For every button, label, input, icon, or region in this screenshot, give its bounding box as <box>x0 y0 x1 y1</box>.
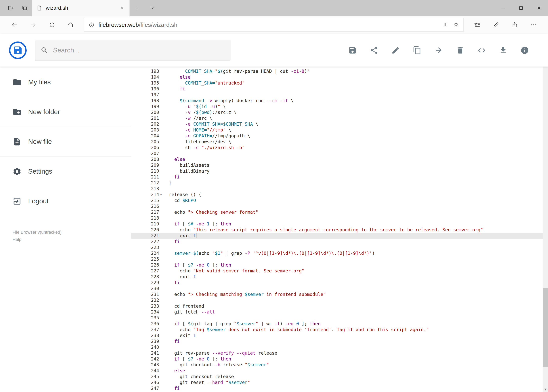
url-text[interactable]: filebrowser.web/files/wizard.sh <box>98 21 438 28</box>
window-close-icon[interactable] <box>530 0 548 16</box>
code-line[interactable]: 210 buildBinary <box>131 168 543 174</box>
code-line[interactable]: 230 <box>131 286 543 291</box>
code-line[interactable]: 199 -u "$(id -u)" \ <box>131 104 543 109</box>
help-link[interactable]: Help <box>13 236 131 243</box>
new-tab-icon[interactable] <box>130 0 145 16</box>
code-line[interactable]: 211 fi <box>131 174 543 180</box>
code-line[interactable]: 208 else <box>131 156 543 162</box>
code-line[interactable]: 200 -v /$(pwd):/src:z \ <box>131 109 543 115</box>
code-line[interactable]: 209 buildAssets <box>131 162 543 168</box>
code-line[interactable]: 223 <box>131 245 543 250</box>
tab-wizard-sh[interactable]: wizard.sh <box>32 0 130 16</box>
code-line[interactable]: 201 -w //src \ <box>131 115 543 121</box>
code-line[interactable]: 216 <box>131 203 543 209</box>
code-editor[interactable]: 193 COMMIT_SHA="$(git rev-parse HEAD | c… <box>131 67 543 392</box>
code-line[interactable]: 222 fi <box>131 238 543 245</box>
edit-icon[interactable] <box>391 46 400 55</box>
save-icon[interactable] <box>348 46 357 55</box>
code-view-icon[interactable] <box>477 46 486 55</box>
code-line[interactable]: 225 <box>131 256 543 262</box>
sidebar-item-settings[interactable]: Settings <box>0 157 131 186</box>
maximize-icon[interactable] <box>512 0 530 16</box>
refresh-icon[interactable] <box>43 16 62 34</box>
sidebar-item-logout[interactable]: Logout <box>0 186 131 216</box>
search-input[interactable] <box>53 46 225 54</box>
tab-preview-chevron-icon[interactable] <box>145 0 160 16</box>
code-line[interactable]: 233 cd frontend <box>131 303 543 309</box>
code-line[interactable]: 247 fi <box>131 385 543 391</box>
page-scrollbar[interactable]: ▲ ▼ <box>543 34 548 392</box>
move-icon[interactable] <box>434 46 443 55</box>
code-line[interactable]: 203 -e HOME="//tmp" \ <box>131 127 543 133</box>
sidebar-item-new-file[interactable]: New file <box>0 127 131 157</box>
back-icon[interactable] <box>5 16 24 34</box>
code-line[interactable]: 193 COMMIT_SHA="$(git rev-parse HEAD | c… <box>131 68 543 74</box>
code-line[interactable]: 218 <box>131 215 543 221</box>
download-icon[interactable] <box>499 46 508 55</box>
code-line[interactable]: 196 fi <box>131 86 543 92</box>
sidebar-item-my-files[interactable]: My files <box>0 67 131 97</box>
more-options-icon[interactable] <box>524 16 543 34</box>
filebrowser-logo[interactable] <box>9 42 27 59</box>
home-icon[interactable] <box>62 16 80 34</box>
code-line[interactable]: 214▾release () { <box>131 192 543 197</box>
code-line[interactable]: 245 git checkout release <box>131 374 543 379</box>
code-line[interactable]: 195 COMMIT_SHA="untracked" <box>131 80 543 86</box>
code-line[interactable]: 215 cd $REPO <box>131 197 543 203</box>
code-line[interactable]: 243 git checkout -b release "$semver" <box>131 362 543 368</box>
code-line[interactable]: 242 if [ $? -ne 0 ]; then <box>131 356 543 362</box>
code-line[interactable]: 234 git fetch --all <box>131 309 543 315</box>
code-line[interactable]: 232 <box>131 297 543 303</box>
code-line[interactable]: 238 exit 1 <box>131 333 543 338</box>
code-line[interactable]: 206 sh -c "./wizard.sh -b" <box>131 145 543 150</box>
code-line[interactable]: 194 else <box>131 74 543 80</box>
code-line[interactable]: 228 exit 1 <box>131 274 543 280</box>
code-line[interactable]: 231 echo "> Checking matching $semver in… <box>131 291 543 297</box>
tabs-you-set-aside-icon[interactable] <box>18 0 32 16</box>
code-line[interactable]: 212} <box>131 180 543 186</box>
code-line[interactable]: 202 -e COMMIT_SHA=$COMMIT_SHA \ <box>131 121 543 127</box>
info-icon[interactable] <box>89 22 95 28</box>
web-note-icon[interactable] <box>486 16 505 34</box>
favorite-star-icon[interactable] <box>453 21 459 28</box>
fold-arrow-icon[interactable]: ▾ <box>160 192 162 197</box>
share-page-icon[interactable] <box>505 16 524 34</box>
share-icon[interactable] <box>370 46 379 55</box>
tab-close-icon[interactable] <box>120 6 125 11</box>
forward-icon[interactable] <box>24 16 43 34</box>
set-tabs-aside-icon[interactable] <box>4 0 18 16</box>
sidebar-item-new-folder[interactable]: New folder <box>0 97 131 127</box>
code-line[interactable]: 221 exit 1 <box>131 233 543 238</box>
code-line[interactable]: 229 fi <box>131 280 543 286</box>
code-line[interactable]: 205 filebrowser/dev \ <box>131 139 543 145</box>
scroll-down-icon[interactable]: ▼ <box>543 386 548 392</box>
code-line[interactable]: 235 <box>131 315 543 321</box>
favorites-hub-icon[interactable] <box>468 16 486 34</box>
code-line[interactable]: 237 echo "Tag $semver does not exist in … <box>131 327 543 333</box>
minimize-icon[interactable] <box>494 0 512 16</box>
code-line[interactable]: 244 else <box>131 368 543 374</box>
code-line[interactable]: 226 if [ $? -ne 0 ]; then <box>131 262 543 268</box>
code-line[interactable]: 197 <box>131 92 543 98</box>
code-line[interactable]: 204 -e GOPATH=//tmp/gopath \ <box>131 133 543 139</box>
url-box[interactable]: filebrowser.web/files/wizard.sh <box>84 18 464 32</box>
code-line[interactable]: 240 <box>131 344 543 350</box>
code-line[interactable]: 241 git rev-parse --verify --quiet relea… <box>131 350 543 356</box>
code-line[interactable]: 219 if [ $# -ne 1 ]; then <box>131 221 543 227</box>
code-line[interactable]: 217 echo "> Checking semver format" <box>131 209 543 215</box>
copy-icon[interactable] <box>413 46 422 55</box>
file-info-icon[interactable] <box>520 46 529 55</box>
code-line[interactable]: 236 if [ $(git tag | grep "$semver" | wc… <box>131 321 543 327</box>
code-line[interactable]: 220 echo "This release script requires a… <box>131 227 543 233</box>
code-line[interactable]: 198 $(command -v winpty) docker run --rm… <box>131 98 543 104</box>
code-line[interactable]: 227 echo "Not valid semver format. See s… <box>131 268 543 274</box>
code-line[interactable]: 246 git reset --hard "$semver" <box>131 379 543 385</box>
search-box[interactable] <box>35 40 230 61</box>
code-line[interactable]: 207 <box>131 150 543 156</box>
code-line[interactable]: 213 <box>131 186 543 192</box>
code-line[interactable]: 224 semver=$(echo "$1" | grep -P '^v(0|[… <box>131 250 543 256</box>
reading-view-icon[interactable] <box>442 21 448 28</box>
delete-icon[interactable] <box>456 46 465 55</box>
code-line[interactable]: 239 fi <box>131 338 543 344</box>
scrollbar-thumb[interactable] <box>543 288 548 367</box>
